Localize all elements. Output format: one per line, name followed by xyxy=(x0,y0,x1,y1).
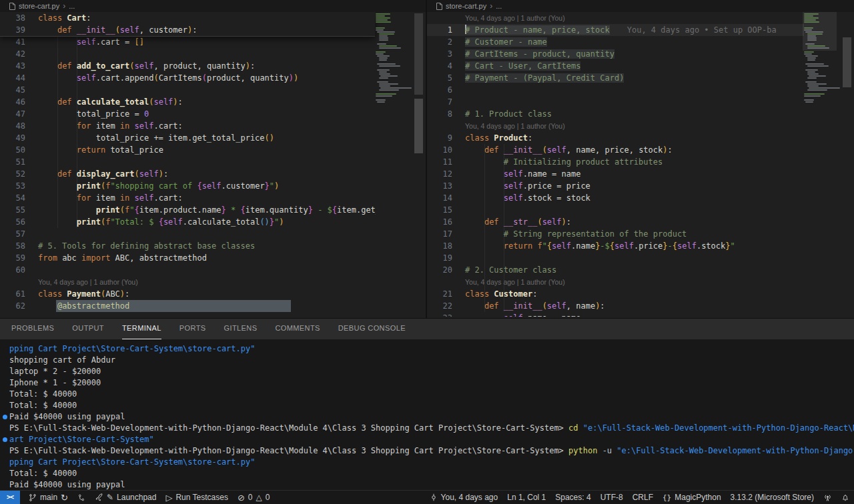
token: { xyxy=(332,205,337,215)
token: , product, quantity xyxy=(153,61,245,71)
minimap-line xyxy=(807,57,816,59)
command-decoration-dot[interactable] xyxy=(3,437,7,442)
minimap-line xyxy=(379,45,397,47)
token: # Product - name, price, stock xyxy=(465,25,610,35)
panel-tab-comments[interactable]: COMMENTS xyxy=(275,319,320,339)
breadcrumb[interactable]: store-cart.py › ... xyxy=(427,0,854,12)
minimap-slider[interactable] xyxy=(803,12,837,51)
token: total_price += item.get_total_price xyxy=(38,133,265,143)
token: .stock xyxy=(697,241,725,251)
code-editor-right[interactable]: You, 4 days ago | 1 author (You)1# Produ… xyxy=(427,12,854,318)
token: { xyxy=(197,181,201,191)
breadcrumb-symbol[interactable]: ... xyxy=(69,2,75,10)
minimap-line xyxy=(804,53,812,55)
token: ) xyxy=(289,73,294,83)
ports-broadcast-item[interactable] xyxy=(819,491,837,504)
breadcrumb-symbol[interactable]: ... xyxy=(496,2,502,10)
indentation-item[interactable]: Spaces: 4 xyxy=(550,491,595,504)
token: ( xyxy=(120,205,125,215)
minimap-line xyxy=(380,87,412,89)
code-line: 59from abc import ABC, abstractmethod xyxy=(0,252,376,264)
vertical-scrollbar[interactable] xyxy=(414,12,424,318)
vertical-scrollbar[interactable] xyxy=(842,12,852,318)
remote-indicator[interactable]: >< xyxy=(0,491,20,504)
braces-icon: {} xyxy=(663,494,671,501)
line-number: 3 xyxy=(427,48,452,60)
breadcrumb-file[interactable]: store-cart.py xyxy=(19,2,59,10)
token: : xyxy=(163,169,168,179)
file-icon xyxy=(436,3,442,10)
code-text: # Initializing product attributes xyxy=(452,156,663,168)
panel-tab-problems[interactable]: PROBLEMS xyxy=(11,319,54,339)
encoding-item[interactable]: UTF-8 xyxy=(596,491,628,504)
token: ( xyxy=(135,169,139,179)
scrollbar-thumb[interactable] xyxy=(414,13,423,95)
play-icon: ▷ xyxy=(165,493,172,502)
code-line: 8# 1. Product class xyxy=(427,108,804,120)
notifications-item[interactable] xyxy=(837,491,854,504)
token xyxy=(72,169,77,179)
terminal[interactable]: pping Cart Project\Store-Cart-System\sto… xyxy=(0,339,854,491)
panel-tab-output[interactable]: OUTPUT xyxy=(72,319,104,339)
editor-group: store-cart.py › ... 38class Cart:39 def … xyxy=(0,0,854,318)
line-number: 56 xyxy=(0,216,25,228)
token: for xyxy=(77,121,91,131)
gitlens-blame-item[interactable]: You, 4 days ago xyxy=(425,491,503,504)
line-number: 52 xyxy=(0,168,25,180)
minimap[interactable] xyxy=(376,13,407,103)
line-number: 1 xyxy=(427,24,452,36)
line-number: 43 xyxy=(0,60,25,72)
line-number: 38 xyxy=(0,12,25,24)
panel-tab-gitlens[interactable]: GITLENS xyxy=(224,319,258,339)
token: ) xyxy=(294,73,298,83)
minimap-line xyxy=(377,101,385,103)
terminal-text: pping Cart Project\Store-Cart-System\sto… xyxy=(9,344,255,353)
scrollbar-thumb[interactable] xyxy=(414,99,423,153)
status-bar-left: ><main↻✎Launchpad▷Run Testcases⊘0△0 xyxy=(0,491,274,504)
terminal-text: Paid $40000 using paypal xyxy=(9,480,125,489)
editor-pane-right[interactable]: store-cart.py › ... You, 4 days ago | 1 … xyxy=(427,0,854,318)
code-editor-left[interactable]: 38class Cart:39 def __init__(self, custo… xyxy=(0,12,426,318)
token: ) xyxy=(246,61,250,71)
command-decoration-dot[interactable] xyxy=(3,415,7,419)
code-text: # Cart - User, CartItems xyxy=(452,60,580,72)
token: : xyxy=(178,97,183,107)
token: # Cart - User, CartItems xyxy=(465,61,580,71)
token: ) xyxy=(663,145,667,155)
editor-pane-left[interactable]: store-cart.py › ... 38class Cart:39 def … xyxy=(0,0,427,318)
run-testcases-item[interactable]: ▷Run Testcases xyxy=(161,491,233,504)
token: __init__ xyxy=(77,25,115,35)
terminal-text xyxy=(578,423,583,433)
code-text: You, 4 days ago | 1 author (You) xyxy=(452,12,565,24)
token: : xyxy=(532,289,537,299)
language-mode-item[interactable]: {}MagicPython xyxy=(658,491,726,504)
token: def xyxy=(484,217,499,227)
launchpad-item[interactable]: ✎Launchpad xyxy=(90,491,161,504)
breadcrumb-file[interactable]: store-cart.py xyxy=(446,2,486,10)
line-number: 42 xyxy=(0,48,25,60)
panel-tab-terminal[interactable]: TERMINAL xyxy=(122,319,161,339)
terminal-text: -u xyxy=(597,446,616,455)
run-testcases-item-label: Run Testcases xyxy=(175,493,228,502)
token: : xyxy=(86,13,91,23)
token: __init__ xyxy=(504,145,542,155)
minimap-line xyxy=(376,19,388,21)
line-number xyxy=(427,12,452,24)
sticky-scroll[interactable]: 38class Cart:39 def __init__(self, custo… xyxy=(0,12,375,37)
scrollbar-thumb[interactable] xyxy=(843,37,851,87)
gitlens-commit-graph-item[interactable] xyxy=(73,491,90,504)
eol-item[interactable]: CRLF xyxy=(628,491,658,504)
cursor-position-item[interactable]: Ln 1, Col 1 xyxy=(502,491,550,504)
token: from xyxy=(38,253,57,263)
breadcrumb[interactable]: store-cart.py › ... xyxy=(0,0,426,12)
panel-tab-debug-console[interactable]: DEBUG CONSOLE xyxy=(338,319,406,339)
panel-tab-ports[interactable]: PORTS xyxy=(179,319,206,339)
token: for xyxy=(77,193,91,203)
token: class xyxy=(38,13,62,23)
token: CartItems xyxy=(159,73,202,83)
source-control-item[interactable]: main↻ xyxy=(24,491,73,504)
token: .name = name xyxy=(523,169,581,179)
terminal-line: PS E:\Full-Stack-Web-Development-with-Py… xyxy=(0,423,854,434)
problems-item[interactable]: ⊘0△0 xyxy=(233,491,275,504)
python-interpreter-item[interactable]: 3.13.2 (Microsoft Store) xyxy=(726,491,819,504)
